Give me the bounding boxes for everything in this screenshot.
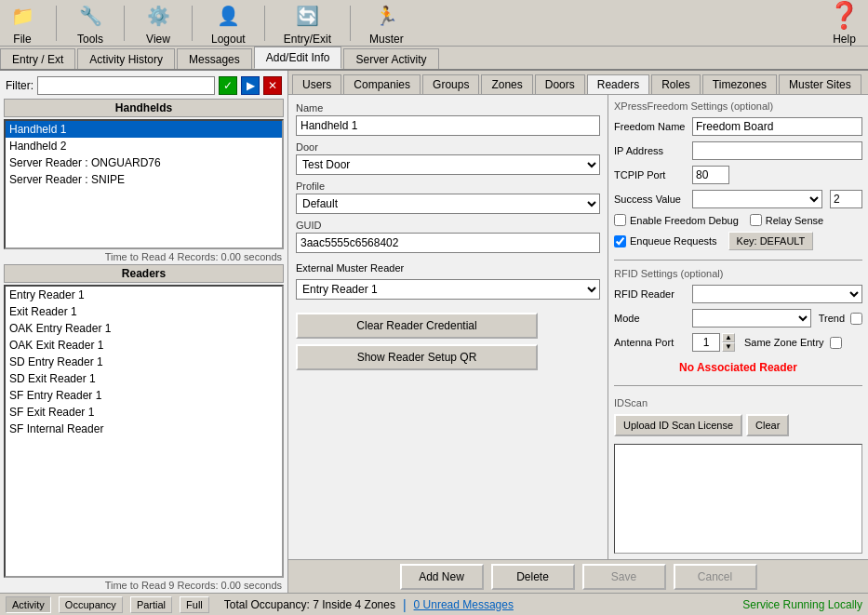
same-zone-entry-label: Same Zone Entry [744,337,824,348]
help-button[interactable]: ❓ Help [828,0,861,46]
success-value-select[interactable] [692,190,822,208]
readers-list[interactable]: Entry Reader 1 Exit Reader 1 OAK Entry R… [4,285,284,578]
list-item[interactable]: SD Entry Reader 1 [6,354,282,370]
upload-idscan-button[interactable]: Upload ID Scan License [614,414,742,436]
settings-panel: XPressFreedom Settings (optional) Freedo… [608,95,868,559]
relay-sense-checkbox[interactable] [750,214,762,226]
tab-messages[interactable]: Messages [177,48,252,69]
sub-tab-roles[interactable]: Roles [651,74,701,94]
same-zone-entry-checkbox[interactable] [830,337,842,349]
tab-entry-ext[interactable]: Entry / Ext [0,48,75,69]
sub-tab-users[interactable]: Users [292,74,341,94]
entryexit-label: Entry/Exit [284,33,331,46]
list-item[interactable]: Exit Reader 1 [6,303,282,320]
toolbar-sep-4 [264,6,265,41]
view-icon: ⚙️ [143,1,173,31]
external-muster-row: External Muster Reader [296,262,600,274]
toolbar: 📁 File 🔧 Tools ⚙️ View 👤 Logout 🔄 Entry/… [0,0,868,47]
list-item[interactable]: SF Entry Reader 1 [6,387,282,404]
list-item[interactable]: Entry Reader 1 [6,287,282,303]
list-item[interactable]: Handheld 1 [6,121,282,138]
clear-reader-credential-button[interactable]: Clear Reader Credential [296,313,538,339]
clear-idscan-button[interactable]: Clear [746,414,789,436]
name-input[interactable] [296,115,600,136]
cancel-button[interactable]: Cancel [674,564,757,590]
list-item[interactable]: OAK Exit Reader 1 [6,337,282,354]
list-item[interactable]: SF Exit Reader 1 [6,404,282,421]
enqueue-requests-checkbox[interactable] [614,235,626,247]
add-new-button[interactable]: Add New [400,564,484,590]
view-menu[interactable]: ⚙️ View [143,1,173,46]
save-button[interactable]: Save [582,564,666,590]
list-item[interactable]: OAK Entry Reader 1 [6,320,282,337]
view-label: View [146,33,170,46]
key-button[interactable]: Key: DEFAULT [728,232,814,250]
tcpip-port-input[interactable] [692,166,729,184]
tab-activity-history[interactable]: Activity History [77,48,175,69]
handhelds-time-label: Time to Read 4 Records: 0.00 seconds [0,249,287,264]
sub-tab-zones[interactable]: Zones [481,74,532,94]
spin-buttons: ▲ ▼ [722,333,735,352]
total-occupancy-label: Total Occupancy: 7 Inside 4 Zones [224,598,395,611]
tab-server-activity[interactable]: Server Activity [343,48,438,69]
handhelds-list[interactable]: Handheld 1 Handheld 2 Server Reader : ON… [4,119,284,249]
list-item[interactable]: Handheld 2 [6,138,282,154]
logout-button[interactable]: 👤 Logout [211,1,246,46]
filter-input[interactable] [37,76,215,95]
status-occupancy-button[interactable]: Occupancy [59,596,123,613]
bottom-toolbar: Add New Delete Save Cancel [288,559,868,593]
enable-freedom-debug-row: Enable Freedom Debug Relay Sense [614,214,862,226]
status-full-button[interactable]: Full [180,596,209,613]
ip-address-input[interactable] [692,141,862,160]
list-item[interactable]: SF Internal Reader [6,421,282,437]
filter-apply-button[interactable]: ✓ [219,76,237,95]
profile-select[interactable]: Default [296,194,600,214]
logout-icon: 👤 [213,1,243,31]
list-item[interactable]: SD Exit Reader 1 [6,370,282,387]
sub-tab-timezones[interactable]: Timezones [702,74,777,94]
show-qr-button[interactable]: Show Reader Setup QR [296,344,538,370]
trend-label: Trend [819,313,845,324]
list-item[interactable]: Server Reader : ONGUARD76 [6,154,282,171]
rfid-mode-select[interactable] [692,309,811,328]
file-menu[interactable]: 📁 File [7,1,37,46]
rfid-mode-row: Mode Trend [614,309,862,328]
sub-tab-muster-sites[interactable]: Muster Sites [779,74,861,94]
filter-clear-button[interactable]: ✕ [263,76,282,95]
main-area: Filter: ✓ ▶ ✕ Handhelds Handheld 1 Handh… [0,71,868,593]
sub-tab-doors[interactable]: Doors [535,74,585,94]
entryexit-button[interactable]: 🔄 Entry/Exit [284,1,331,46]
unread-messages-link[interactable]: 0 Unread Messages [414,598,514,611]
filter-next-button[interactable]: ▶ [241,76,260,95]
help-icon: ❓ [828,0,861,31]
name-group: Name [296,102,600,136]
status-activity-button[interactable]: Activity [6,596,51,613]
status-partial-button[interactable]: Partial [130,596,172,613]
divider-1 [614,260,862,261]
antenna-port-input[interactable] [692,333,720,352]
delete-button[interactable]: Delete [491,564,575,590]
freedom-name-input[interactable] [692,117,862,136]
trend-checkbox[interactable] [850,313,862,325]
rfid-reader-select[interactable] [692,285,862,303]
guid-input[interactable] [296,233,600,253]
folder-icon: 📁 [7,1,37,31]
sub-tab-readers[interactable]: Readers [587,74,649,94]
door-select[interactable]: Test Door [296,154,600,175]
list-item[interactable]: Server Reader : SNIPE [6,171,282,188]
success-value-label: Success Value [614,194,688,205]
freedom-name-row: Freedom Name [614,117,862,136]
enable-freedom-debug-checkbox[interactable] [614,214,626,226]
toolbar-sep-2 [124,6,125,41]
spin-down-button[interactable]: ▼ [722,342,735,352]
sub-tab-companies[interactable]: Companies [343,74,421,94]
entryexit-icon: 🔄 [292,1,322,31]
tab-add-edit-info[interactable]: Add/Edit Info [254,47,342,69]
success-value-num[interactable] [830,190,862,208]
muster-button[interactable]: 🏃 Muster [369,1,404,46]
tools-menu[interactable]: 🔧 Tools [75,1,105,46]
spin-up-button[interactable]: ▲ [722,333,735,342]
sub-tab-groups[interactable]: Groups [422,74,479,94]
guid-label: GUID [296,220,600,231]
external-muster-select[interactable]: Entry Reader 1 [296,279,600,300]
